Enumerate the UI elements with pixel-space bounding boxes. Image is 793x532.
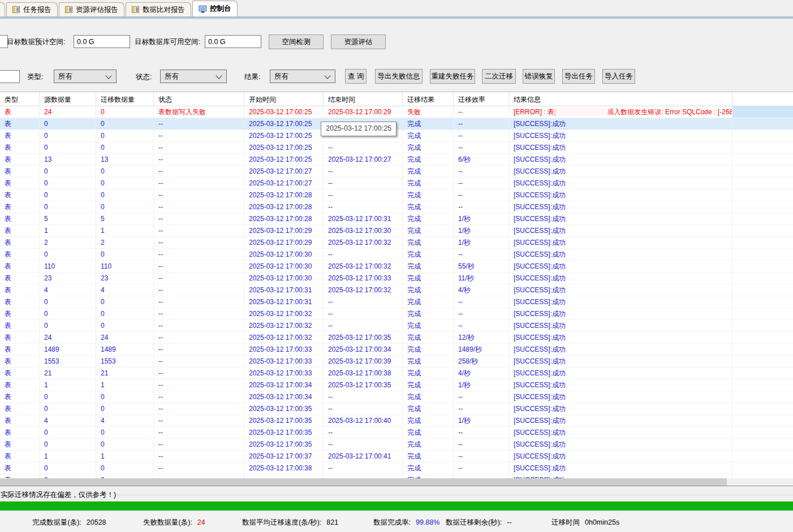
cell: 1553: [40, 356, 96, 367]
table-row[interactable]: 表110110--2025-03-12 17:00:302025-03-12 1…: [0, 261, 793, 273]
cell: 11/秒: [454, 273, 509, 284]
status-stat: 数据完成率:99.88%: [373, 518, 439, 527]
cell: 表: [0, 166, 40, 178]
table-row[interactable]: 表00--2025-03-12 17:00:32--完成--[SUCCESS]:…: [0, 308, 793, 320]
table-row[interactable]: 表2323--2025-03-12 17:00:302025-03-12 17:…: [0, 273, 793, 284]
query-button[interactable]: 查 询: [345, 69, 367, 84]
table-row[interactable]: 表1313--2025-03-12 17:00:252025-03-12 17:…: [0, 154, 793, 166]
result-select[interactable]: 所有: [270, 70, 335, 83]
table-row[interactable]: 表00--2025-03-12 17:00:35--完成--[SUCCESS]:…: [0, 403, 793, 415]
table-row[interactable]: 表00--2025-03-12 17:00:27--完成--[SUCCESS]:…: [0, 166, 793, 178]
tab-partial[interactable]: [0, 2, 5, 16]
table-row[interactable]: 表00--2025-03-12 17:00:38--完成--[SUCCESS]:…: [0, 462, 793, 474]
cell: --: [154, 462, 244, 474]
table-row[interactable]: 表55--2025-03-12 17:00:282025-03-12 17:00…: [0, 213, 793, 225]
cell: 0: [96, 462, 154, 474]
cell: 4: [40, 284, 96, 296]
export-tasks-button[interactable]: 导出任务: [562, 69, 595, 84]
table-row[interactable]: 表2121--2025-03-12 17:00:332025-03-12 17:…: [0, 367, 793, 379]
table-row[interactable]: 表00--2025-03-12 17:00:35--完成--[SUCCESS]:…: [0, 427, 793, 439]
table-row[interactable]: 表2424--2025-03-12 17:00:322025-03-12 17:…: [0, 332, 793, 344]
cell: 2025-03-12 17:00:33: [244, 344, 324, 356]
cell: 2025-03-12 17:00:40: [324, 415, 403, 427]
column-header[interactable]: 迁移数据量: [96, 92, 154, 106]
import-tasks-button[interactable]: 导入任务: [602, 69, 635, 84]
table-row[interactable]: 表00--2025-03-12 17:00:30--完成--[SUCCESS]:…: [0, 249, 793, 261]
cell: --: [454, 296, 509, 308]
table-row[interactable]: 表00--完成[SUCCESS]:成功: [0, 474, 793, 478]
cell: 2025-03-12 17:00:31: [244, 284, 324, 296]
rebuild-failed-tasks-button[interactable]: 重建失败任务: [430, 69, 475, 84]
table-row[interactable]: 表00--2025-03-12 17:00:35--完成--[SUCCESS]:…: [0, 439, 793, 451]
export-failure-info-button[interactable]: 导出失败信息: [375, 69, 423, 84]
column-header[interactable]: 源数据量: [40, 92, 96, 106]
cell: --: [154, 225, 244, 237]
cell: 2025-03-12 17:00:25: [244, 154, 324, 166]
table-row[interactable]: 表00--2025-03-12 17:00:27--完成--[SUCCESS]:…: [0, 178, 793, 189]
cell: --: [324, 201, 403, 213]
table-row[interactable]: 表00--2025-03-12 17:00:28--完成--[SUCCESS]:…: [0, 189, 793, 201]
table-row[interactable]: 表11--2025-03-12 17:00:372025-03-12 17:00…: [0, 451, 793, 462]
column-header[interactable]: 迁移效率: [454, 92, 509, 106]
table-row[interactable]: 表240表数据写入失败2025-03-12 17:00:252025-03-12…: [0, 106, 793, 118]
cell: 表: [0, 261, 40, 273]
horizontal-scrollbar[interactable]: [0, 478, 793, 486]
tab-compare-report[interactable]: 数据比对报告: [126, 2, 191, 16]
column-header[interactable]: 状态: [154, 92, 244, 106]
table-row[interactable]: 表00--2025-03-12 17:00:31--完成--[SUCCESS]:…: [0, 296, 793, 308]
column-header[interactable]: 类型: [0, 92, 40, 106]
scrollbar-thumb[interactable]: [0, 478, 727, 486]
cell-filler: [732, 427, 793, 439]
available-space-input[interactable]: [205, 35, 261, 48]
table-row[interactable]: 表22--2025-03-12 17:00:292025-03-12 17:00…: [0, 237, 793, 249]
cell-filler: [732, 415, 793, 427]
cell: 0: [96, 249, 154, 261]
column-header[interactable]: 结果信息: [509, 92, 732, 106]
space-check-button[interactable]: 空间检测: [269, 34, 324, 49]
column-header[interactable]: 开始时间: [244, 92, 324, 106]
chevron-down-icon: [324, 72, 330, 79]
type-label: 类型:: [27, 72, 43, 82]
cell: 表: [0, 439, 40, 451]
filter-cropped-input[interactable]: [0, 70, 20, 83]
cell: 表: [0, 154, 40, 166]
type-select[interactable]: 所有: [54, 70, 117, 83]
tab-label: 数据比对报告: [143, 5, 185, 15]
cell: --: [154, 439, 244, 451]
cell-filler: [732, 344, 793, 356]
table-row[interactable]: 表14891489--2025-03-12 17:00:332025-03-12…: [0, 344, 793, 356]
table-row[interactable]: 表00--2025-03-12 17:00:25--完成--[SUCCESS]:…: [0, 142, 793, 154]
cell-filler: [732, 332, 793, 344]
table-row[interactable]: 表00--2025-03-12 17:00:32--完成--[SUCCESS]:…: [0, 320, 793, 332]
cell: 0: [40, 427, 96, 439]
cell: [SUCCESS]:成功: [509, 344, 732, 356]
table-header: 类型源数据量迁移数据量状态开始时间结束时间迁移结果迁移效率结果信息: [0, 92, 793, 106]
table-row[interactable]: 表44--2025-03-12 17:00:352025-03-12 17:00…: [0, 415, 793, 427]
cell: 表: [0, 249, 40, 261]
error-recovery-button[interactable]: 错误恢复: [523, 69, 555, 84]
status-select[interactable]: 所有: [160, 70, 227, 83]
tab-console[interactable]: 控制台: [192, 1, 238, 16]
cell: --: [154, 142, 244, 154]
cell: 23: [40, 273, 96, 284]
cell: 0: [96, 178, 154, 189]
table-row[interactable]: 表11--2025-03-12 17:00:342025-03-12 17:00…: [0, 379, 793, 391]
table-row[interactable]: 表44--2025-03-12 17:00:312025-03-12 17:00…: [0, 284, 793, 296]
resource-assess-button[interactable]: 资源评估: [331, 34, 386, 49]
column-header[interactable]: 结束时间: [324, 92, 403, 106]
table-row[interactable]: 表15531553--2025-03-12 17:00:332025-03-12…: [0, 356, 793, 367]
table-row[interactable]: 表00--2025-03-12 17:00:28--完成--[SUCCESS]:…: [0, 201, 793, 213]
cell: --: [454, 320, 509, 332]
cell: 0: [40, 189, 96, 201]
tab-task-report[interactable]: 任务报告: [6, 2, 58, 16]
table-row[interactable]: 表00--2025-03-12 17:00:34--完成--[SUCCESS]:…: [0, 391, 793, 403]
cell: [SUCCESS]:成功: [509, 154, 732, 166]
second-migration-button[interactable]: 二次迁移: [482, 69, 516, 84]
column-header[interactable]: 迁移结果: [403, 92, 454, 106]
tab-resource-report[interactable]: 资源评估报告: [59, 2, 124, 16]
table-row[interactable]: 表11--2025-03-12 17:00:292025-03-12 17:00…: [0, 225, 793, 237]
cell: 2025-03-12 17:00:32: [244, 308, 324, 320]
cell: [SUCCESS]:成功: [509, 367, 732, 379]
estimated-space-input[interactable]: [74, 35, 130, 48]
cell: 0: [96, 403, 154, 415]
